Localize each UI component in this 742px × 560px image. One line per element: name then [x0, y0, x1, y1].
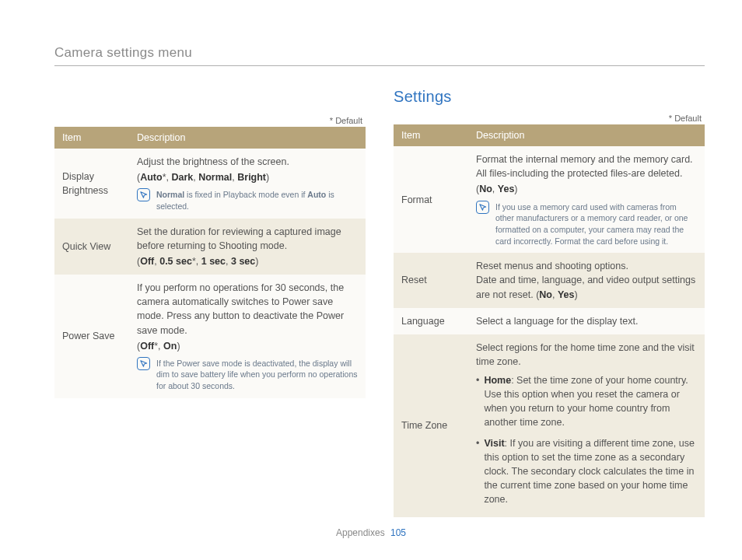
footer-page-number: 105	[390, 527, 406, 538]
options: (Off, 0.5 sec*, 1 sec, 3 sec)	[137, 254, 358, 268]
settings-table-right: Item Description FormatFormat the intern…	[394, 124, 705, 517]
col-header-description: Description	[468, 124, 705, 146]
horizontal-rule	[54, 65, 705, 66]
note-icon	[476, 201, 489, 214]
note: If you use a memory card used with camer…	[476, 201, 697, 247]
row-item: Display Brightness	[54, 149, 129, 219]
table-row: FormatFormat the internal memory and the…	[394, 146, 705, 253]
note-icon	[137, 357, 150, 370]
row-description: Set the duration for reviewing a capture…	[129, 219, 366, 275]
left-column: * Default Item Description Display Brigh…	[54, 88, 366, 517]
desc-text: If you perform no operations for 30 seco…	[137, 281, 358, 338]
col-header-item: Item	[394, 124, 468, 146]
options: (Off*, On)	[137, 339, 358, 353]
table-row: Power SaveIf you perform no operations f…	[54, 275, 366, 398]
note-text: If the Power save mode is deactivated, t…	[156, 357, 358, 392]
row-description: Reset menus and shooting options.Date an…	[468, 253, 705, 307]
desc-text: Reset menus and shooting options.	[476, 259, 697, 273]
row-description: Select regions for the home time zone an…	[468, 334, 705, 517]
note-text: If you use a memory card used with camer…	[495, 201, 697, 247]
options: (No, Yes)	[534, 289, 578, 300]
list-item: Home: Set the time zone of your home cou…	[476, 372, 697, 435]
table-row: Time ZoneSelect regions for the home tim…	[394, 334, 705, 517]
row-description: If you perform no operations for 30 seco…	[129, 275, 366, 398]
options: (No, Yes)	[476, 182, 697, 196]
table-row: Display BrightnessAdjust the brightness …	[54, 149, 366, 219]
table-row: Quick ViewSet the duration for reviewing…	[54, 219, 366, 275]
col-header-item: Item	[54, 127, 129, 149]
options: (Auto*, Dark, Normal, Bright)	[137, 170, 358, 184]
note-text: Normal is fixed in Playback mode even if…	[156, 188, 358, 212]
table-row: ResetReset menus and shooting options.Da…	[394, 253, 705, 307]
desc-text: Set the duration for reviewing a capture…	[137, 225, 358, 253]
section-heading: Settings	[394, 88, 705, 106]
row-item: Reset	[394, 253, 468, 307]
note: Normal is fixed in Playback mode even if…	[137, 188, 358, 212]
footer-section: Appendixes	[336, 527, 385, 538]
row-item: Power Save	[54, 275, 129, 398]
row-item: Format	[394, 146, 468, 253]
default-note-right: * Default	[394, 114, 705, 123]
row-item: Quick View	[54, 219, 129, 275]
row-item: Time Zone	[394, 334, 468, 517]
desc-text: Format the internal memory and the memor…	[476, 152, 697, 180]
list-item: Visit: If you are visiting a different t…	[476, 435, 697, 512]
option-list: Home: Set the time zone of your home cou…	[476, 372, 697, 511]
page-footer: Appendixes 105	[0, 527, 742, 538]
desc-text: Adjust the brightness of the screen.	[137, 155, 358, 169]
row-description: Adjust the brightness of the screen.(Aut…	[129, 149, 366, 219]
content-columns: * Default Item Description Display Brigh…	[54, 88, 705, 517]
col-header-description: Description	[129, 127, 366, 149]
note-icon	[137, 188, 150, 201]
desc-text: Select a language for the display text.	[476, 314, 697, 328]
row-description: Format the internal memory and the memor…	[468, 146, 705, 253]
right-column: Settings * Default Item Description Form…	[394, 88, 705, 517]
default-note-left: * Default	[54, 116, 366, 125]
note: If the Power save mode is deactivated, t…	[137, 357, 358, 392]
row-item: Language	[394, 308, 468, 334]
table-row: LanguageSelect a language for the displa…	[394, 308, 705, 334]
row-description: Select a language for the display text.	[468, 308, 705, 334]
desc-text: Select regions for the home time zone an…	[476, 341, 697, 369]
desc-text: Date and time, language, and video outpu…	[476, 273, 697, 301]
page-title: Camera settings menu	[54, 45, 705, 65]
settings-table-left: Item Description Display BrightnessAdjus…	[54, 127, 366, 398]
